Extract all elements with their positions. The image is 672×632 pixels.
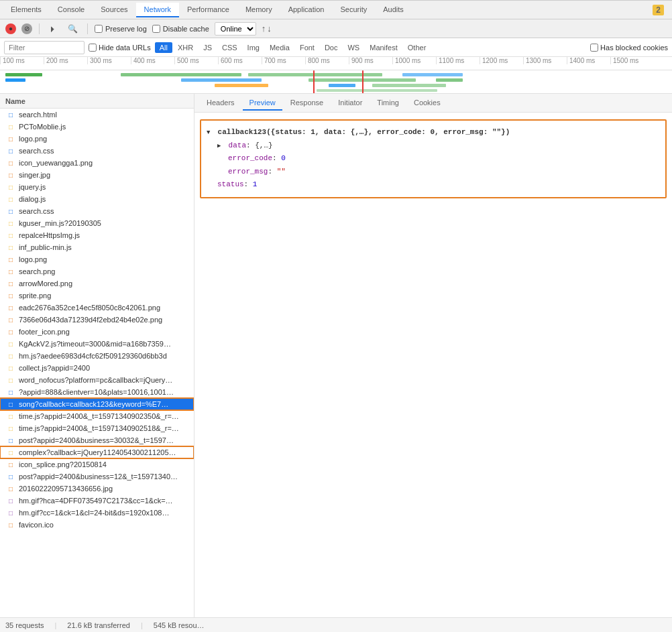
- tick-200: 200 ms: [44, 57, 87, 64]
- data-arrow[interactable]: [217, 140, 224, 152]
- expand-arrow[interactable]: [207, 127, 213, 139]
- hide-data-urls-label[interactable]: Hide data URLs: [89, 44, 151, 52]
- has-blocked-label[interactable]: Has blocked cookies: [590, 44, 668, 52]
- file-item-logo-png-2[interactable]: □ logo.png: [0, 253, 194, 265]
- file-item-singer[interactable]: □ singer.jpg: [0, 169, 194, 181]
- filter-type-other[interactable]: Other: [403, 42, 431, 53]
- file-item-kguser[interactable]: □ kguser_min.js?20190305: [0, 217, 194, 229]
- filter-input[interactable]: [4, 41, 85, 54]
- file-item-word-nofocus[interactable]: □ word_nofocus?platform=pc&callback=jQue…: [0, 374, 194, 386]
- tab-security[interactable]: Security: [332, 3, 375, 17]
- file-item-eadc[interactable]: □ eadc2676a352ce14ec5f8050c8c42061.png: [0, 302, 194, 314]
- filter-type-js[interactable]: JS: [199, 42, 217, 53]
- clear-button[interactable]: ⊘: [21, 23, 32, 34]
- preserve-log-checkbox[interactable]: [95, 25, 103, 33]
- file-item-sprite[interactable]: □ sprite.png: [0, 290, 194, 302]
- record-button[interactable]: ●: [5, 23, 16, 34]
- file-item-hm-gif-2[interactable]: □ hm.gif?cc=1&ck=1&cl=24-bit&ds=1920x108…: [0, 507, 194, 519]
- disable-cache-text: Disable cache: [163, 25, 209, 33]
- tab-timing[interactable]: Timing: [370, 96, 406, 111]
- search-icon[interactable]: 🔍: [65, 23, 80, 35]
- tab-application[interactable]: Application: [280, 3, 333, 17]
- tab-initiator[interactable]: Initiator: [331, 96, 369, 111]
- tab-preview[interactable]: Preview: [243, 96, 282, 111]
- file-item-post-30032[interactable]: □ post?appid=2400&business=30032&_t=1597…: [0, 434, 194, 446]
- response-data-line: data: {,…}: [217, 139, 660, 153]
- file-name: kguser_min.js?20190305: [19, 219, 101, 227]
- disable-cache-label[interactable]: Disable cache: [152, 25, 209, 33]
- response-error-msg-val: "": [277, 168, 286, 176]
- file-item-appid-888[interactable]: □ ?appid=888&clientver=10&plats=10016,10…: [0, 386, 194, 398]
- file-icon-css: □: [5, 206, 16, 216]
- file-name: hm.js?aedee6983d4cfc62f509129360d6bb3d: [19, 352, 167, 360]
- file-item-footer-icon[interactable]: □ footer_icon.png: [0, 326, 194, 338]
- file-item-search-png[interactable]: □ search.png: [0, 265, 194, 277]
- file-item-collect[interactable]: □ collect.js?appid=2400: [0, 362, 194, 374]
- file-name: post?appid=2400&business=12&_t=15971340…: [19, 472, 178, 481]
- filter-type-img[interactable]: Img: [243, 42, 264, 53]
- has-blocked-checkbox[interactable]: [590, 44, 598, 52]
- tick-1000: 1000 ms: [392, 57, 436, 64]
- tab-memory[interactable]: Memory: [237, 3, 280, 17]
- file-icon-js: □: [5, 194, 16, 204]
- file-name: complex?callback=jQuery1124054300211205…: [19, 448, 176, 456]
- filter-icon[interactable]: ⏵: [46, 23, 60, 35]
- preserve-log-label[interactable]: Preserve log: [95, 25, 147, 33]
- hide-data-urls-checkbox[interactable]: [89, 44, 97, 52]
- file-item-pctomoblie[interactable]: □ PCToMoblie.js: [0, 121, 194, 133]
- tbar-1: [5, 73, 42, 76]
- file-item-7366[interactable]: □ 7366e06d43da71239d4f2ebd24b4e02e.png: [0, 314, 194, 326]
- file-item-favicon[interactable]: □ favicon.ico: [0, 519, 194, 531]
- file-item-time-2518[interactable]: □ time.js?appid=2400&_t=15971340902518&_…: [0, 422, 194, 434]
- tab-sources[interactable]: Sources: [93, 3, 135, 17]
- file-icon-js: □: [5, 230, 16, 241]
- download-icon[interactable]: ↓: [267, 23, 272, 34]
- file-item-hm-js[interactable]: □ hm.js?aedee6983d4cfc62f509129360d6bb3d: [0, 350, 194, 362]
- filter-type-doc[interactable]: Doc: [320, 42, 343, 53]
- throttle-select[interactable]: Online: [215, 22, 256, 36]
- response-error-msg-line: error_msg: "": [228, 166, 660, 179]
- file-item-icon-splice[interactable]: □ icon_splice.png?20150814: [0, 458, 194, 470]
- file-item-search-html[interactable]: □ search.html: [0, 109, 194, 121]
- file-list-scroll[interactable]: □ search.html □ PCToMoblie.js □ logo.png…: [0, 109, 194, 617]
- tab-audits[interactable]: Audits: [375, 3, 412, 17]
- file-item-icon-yuewangga[interactable]: □ icon_yuewangga1.png: [0, 157, 194, 169]
- file-item-jquery[interactable]: □ jquery.js: [0, 181, 194, 193]
- file-name: post?appid=2400&business=30032&_t=1597…: [19, 436, 174, 444]
- file-item-complex[interactable]: □ complex?callback=jQuery112405430021120…: [0, 446, 194, 458]
- file-item-arrowmored[interactable]: □ arrowMored.png: [0, 277, 194, 290]
- file-item-inf-public[interactable]: □ inf_public-min.js: [0, 241, 194, 253]
- filter-type-ws[interactable]: WS: [343, 42, 364, 53]
- file-item-time-2350[interactable]: □ time.js?appid=2400&_t=15971340902350&_…: [0, 410, 194, 422]
- file-item-logo-png-1[interactable]: □ logo.png: [0, 133, 194, 145]
- file-item-kgackv2[interactable]: □ KgAckV2.js?timeout=3000&mid=a168b7359…: [0, 338, 194, 350]
- file-name: time.js?appid=2400&_t=15971340902350&_r=…: [19, 412, 179, 420]
- upload-icon[interactable]: ↑: [262, 23, 266, 34]
- file-item-replacehttps[interactable]: □ repalceHttpsImg.js: [0, 229, 194, 241]
- tab-response[interactable]: Response: [284, 96, 331, 111]
- file-item-20160222[interactable]: □ 20160222095713436656.jpg: [0, 483, 194, 495]
- file-item-dialog[interactable]: □ dialog.js: [0, 193, 194, 205]
- tab-network[interactable]: Network: [136, 3, 179, 17]
- file-item-post-12[interactable]: □ post?appid=2400&business=12&_t=1597134…: [0, 470, 194, 483]
- filter-type-manifest[interactable]: Manifest: [365, 42, 402, 53]
- filter-type-css[interactable]: CSS: [217, 42, 242, 53]
- file-item-hm-gif-1[interactable]: □ hm.gif?hca=4DFF0735497C2173&cc=1&ck=…: [0, 495, 194, 507]
- tab-cookies[interactable]: Cookies: [407, 96, 447, 111]
- filter-type-media[interactable]: Media: [265, 42, 294, 53]
- file-item-search-css-2[interactable]: □ search.css: [0, 205, 194, 217]
- file-name: PCToMoblie.js: [19, 123, 66, 131]
- tab-elements[interactable]: Elements: [3, 3, 50, 17]
- tab-headers[interactable]: Headers: [200, 96, 241, 111]
- filter-type-font[interactable]: Font: [295, 42, 319, 53]
- tick-800: 800 ms: [305, 57, 349, 64]
- file-item-search-css[interactable]: □ search.css: [0, 145, 194, 157]
- disable-cache-checkbox[interactable]: [152, 25, 160, 33]
- tab-console[interactable]: Console: [50, 3, 93, 17]
- filter-type-xhr[interactable]: XHR: [173, 42, 198, 53]
- file-item-song-callback[interactable]: □ song?callback=callback123&keyword=%E7…: [0, 398, 194, 410]
- file-list: Name □ search.html □ PCToMoblie.js □ log…: [0, 94, 194, 617]
- filter-type-all[interactable]: All: [155, 42, 172, 53]
- tab-performance[interactable]: Performance: [179, 3, 237, 17]
- file-name: search.png: [19, 267, 55, 275]
